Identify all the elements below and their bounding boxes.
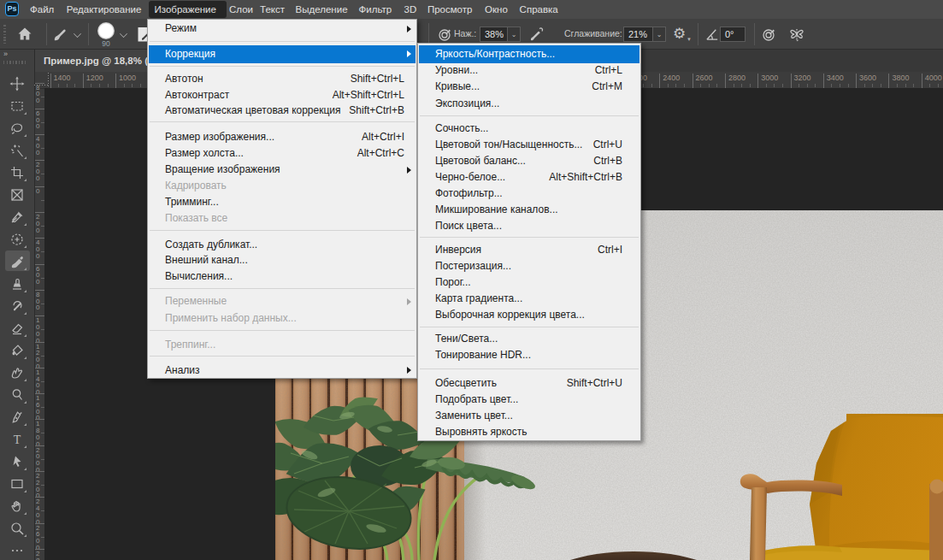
svg-text:T: T <box>14 433 21 446</box>
